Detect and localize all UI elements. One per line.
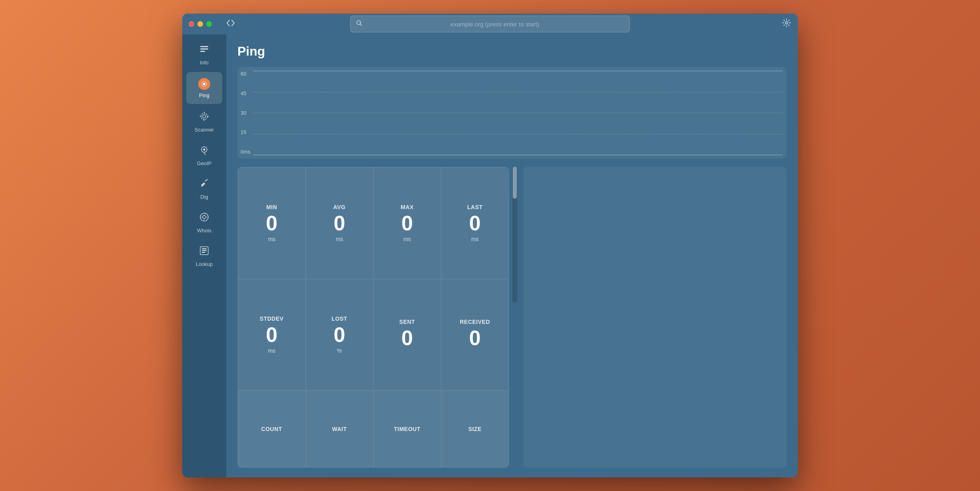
stat-lost: LOST 0 % — [306, 279, 374, 391]
svg-rect-25 — [202, 248, 207, 249]
stats-right-panel — [524, 167, 787, 468]
grid-line-bottom — [253, 155, 783, 155]
stat-sent: SENT 0 — [373, 279, 441, 391]
stat-max: MAX 0 ms — [373, 167, 441, 279]
svg-rect-2 — [200, 46, 208, 47]
back-icon[interactable] — [226, 20, 235, 29]
scrollbar-track[interactable] — [512, 167, 517, 303]
stat-size-label: SIZE — [468, 426, 482, 432]
grid-line-75 — [253, 92, 783, 92]
stat-count-label: COUNT — [261, 426, 282, 432]
stats-left-panel: MIN 0 ms AVG 0 ms MAX 0 ms — [237, 167, 509, 468]
sidebar-item-geoip[interactable]: GeoIP — [186, 139, 222, 171]
stat-lost-value: 0 — [334, 324, 345, 345]
sidebar-item-dig[interactable]: Dig — [186, 173, 222, 205]
stat-max-value: 0 — [401, 213, 413, 234]
grid-line-50 — [253, 113, 783, 113]
sidebar-item-ping[interactable]: Ping — [186, 72, 222, 104]
svg-rect-3 — [200, 48, 208, 50]
stat-lost-label: LOST — [332, 315, 347, 322]
svg-point-17 — [201, 185, 203, 187]
stat-count-label-cell: COUNT — [238, 391, 306, 467]
y-label-15: 15 — [241, 129, 251, 135]
content-area: Ping 60 45 30 15 0ms — [226, 34, 798, 477]
stat-min-value: 0 — [266, 213, 277, 234]
sidebar-item-geoip-label: GeoIP — [197, 160, 212, 166]
maximize-button[interactable] — [206, 21, 212, 27]
settings-icon[interactable] — [782, 20, 791, 30]
stats-grid: MIN 0 ms AVG 0 ms MAX 0 ms — [237, 167, 787, 468]
stat-stddev-unit: ms — [268, 347, 275, 354]
sidebar-item-info[interactable]: Info — [186, 38, 222, 70]
sidebar-item-ping-label: Ping — [199, 92, 209, 98]
svg-point-8 — [201, 113, 207, 120]
stat-received-label: RECEIVED — [460, 319, 490, 325]
page-title: Ping — [237, 44, 787, 59]
svg-rect-27 — [202, 252, 205, 253]
sidebar-item-whois-label: Whois — [197, 228, 211, 234]
stat-avg-value: 0 — [334, 213, 345, 234]
stat-received-value: 0 — [469, 327, 481, 348]
sidebar-item-scanner[interactable]: Scanner — [186, 106, 222, 138]
dig-icon — [199, 178, 210, 192]
title-bar — [182, 14, 798, 34]
svg-point-5 — [203, 83, 205, 85]
stat-wait-label: WAIT — [332, 426, 347, 432]
svg-point-7 — [203, 115, 206, 118]
minimize-button[interactable] — [197, 21, 203, 27]
stat-min-unit: ms — [268, 236, 275, 242]
search-input[interactable] — [366, 21, 624, 28]
stat-stddev-value: 0 — [266, 324, 277, 345]
geoip-icon — [199, 144, 210, 158]
stat-max-label: MAX — [400, 204, 414, 210]
sidebar-item-scanner-label: Scanner — [195, 127, 214, 133]
scrollbar-thumb[interactable] — [513, 167, 517, 199]
svg-point-1 — [785, 22, 788, 24]
search-icon — [356, 20, 363, 28]
stat-timeout-label: TIMEOUT — [394, 426, 421, 432]
close-button[interactable] — [189, 21, 194, 27]
stat-avg-unit: ms — [336, 236, 343, 242]
sidebar-item-dig-label: Dig — [200, 194, 208, 200]
y-label-30: 30 — [241, 110, 251, 116]
y-label-0: 0ms — [241, 149, 251, 155]
search-bar[interactable] — [350, 16, 630, 32]
stats-container: MIN 0 ms AVG 0 ms MAX 0 ms — [237, 167, 787, 468]
lookup-icon — [199, 245, 210, 259]
sidebar-item-lookup[interactable]: Lookup — [186, 240, 222, 272]
search-bar-container — [350, 16, 630, 32]
y-label-60: 60 — [241, 71, 251, 77]
stat-last-value: 0 — [469, 213, 481, 234]
chart-grid — [253, 71, 783, 155]
info-icon — [199, 44, 210, 57]
stat-avg-label: AVG — [333, 204, 346, 210]
stat-received: RECEIVED 0 — [441, 279, 509, 391]
stat-max-unit: ms — [403, 236, 411, 242]
stat-stddev: STDDEV 0 ms — [238, 279, 306, 391]
ping-chart: 60 45 30 15 0ms — [237, 67, 787, 159]
stat-last-label: LAST — [467, 204, 483, 210]
main-content: Info Ping — [182, 34, 798, 477]
stat-avg: AVG 0 ms — [306, 167, 374, 279]
stat-sent-value: 0 — [401, 327, 413, 348]
sidebar-item-lookup-label: Lookup — [196, 261, 213, 267]
grid-line-25 — [253, 134, 783, 134]
traffic-lights — [189, 21, 212, 27]
stat-min-label: MIN — [266, 204, 277, 210]
stat-min: MIN 0 ms — [238, 167, 306, 279]
settings-area — [782, 18, 791, 30]
stat-last: LAST 0 ms — [441, 167, 509, 279]
y-label-45: 45 — [241, 90, 251, 96]
sidebar-item-whois[interactable]: Whois — [186, 206, 222, 238]
app-window: Info Ping — [182, 14, 798, 477]
ping-icon — [198, 78, 210, 90]
svg-rect-26 — [202, 250, 207, 251]
chart-y-labels: 60 45 30 15 0ms — [241, 71, 251, 155]
stat-stddev-label: STDDEV — [260, 315, 284, 322]
stat-lost-unit: % — [337, 347, 342, 354]
stat-size-label-cell: SIZE — [441, 391, 509, 467]
scanner-icon — [199, 111, 210, 124]
stat-last-unit: ms — [471, 236, 479, 242]
stat-sent-label: SENT — [399, 319, 415, 325]
sidebar-item-info-label: Info — [200, 60, 209, 66]
